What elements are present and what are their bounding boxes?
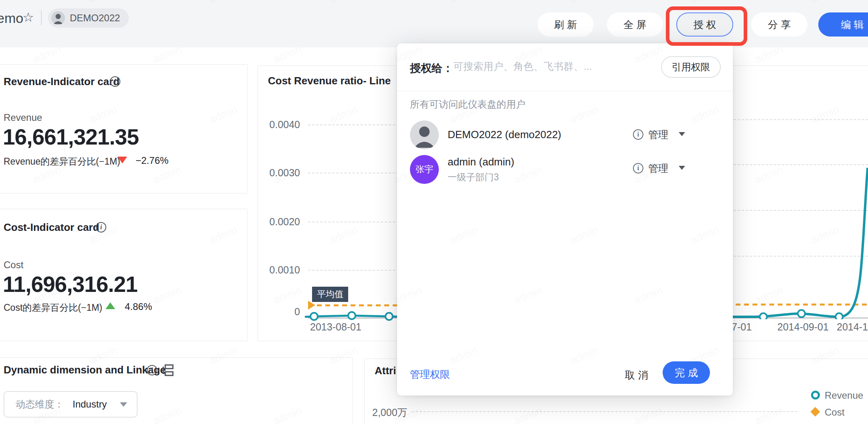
dynamic-card-title: Dynamic dimension and Linkage — [4, 364, 166, 376]
x-tick: 2014-09-01 — [775, 321, 831, 333]
attribution-card-title: Attri — [375, 365, 396, 377]
ratio-chart-title: Cost Revenue ratio- Line — [268, 75, 391, 87]
legend-cost-label[interactable]: Cost — [825, 407, 844, 418]
dimension-label: 动态维度： — [16, 398, 64, 411]
user-department: 一级子部门3 — [448, 171, 499, 183]
x-tick: 2013-08-01 — [308, 321, 364, 333]
cost-metric-value: 11,696,316.21 — [3, 271, 138, 297]
favorite-star-icon[interactable]: ☆ — [22, 10, 34, 25]
quote-permission-button[interactable]: 引用权限 — [661, 56, 721, 78]
divider — [397, 91, 733, 91]
y-tick: 2,000万 — [372, 406, 408, 419]
dashboard-title: emo — [0, 10, 23, 26]
y-tick: 0 — [257, 306, 300, 318]
user-avatar: 张宇 — [410, 155, 439, 184]
average-line-label: 平均值 — [312, 287, 348, 302]
cost-metric-label: Cost — [4, 259, 23, 271]
cost-diff-label: Cost的差异百分比(−1M) — [4, 302, 102, 314]
chevron-down-icon — [120, 402, 127, 407]
y-tick: 0.0040 — [257, 119, 300, 130]
workspace-badge-label: DEMO2022 — [70, 12, 120, 24]
share-button[interactable]: 分享 — [751, 12, 807, 37]
dashboard-screen: emo ☆ DEMO2022 刷新 全屏 授权 分享 编辑 Revenue-In… — [0, 0, 868, 424]
role-dropdown[interactable]: 管理 — [648, 128, 668, 141]
info-icon[interactable]: i — [633, 129, 643, 140]
linkage-icon[interactable] — [162, 364, 174, 376]
authorize-search-input[interactable] — [452, 60, 631, 73]
trend-up-icon — [105, 302, 115, 309]
gridline — [412, 411, 797, 412]
cost-indicator-card: Cost-Indicator card i Cost 11,696,316.21… — [0, 209, 248, 341]
dynamic-dimension-select[interactable]: 动态维度： Industry — [4, 391, 138, 418]
revenue-card-title: Revenue-Indicator card — [4, 75, 120, 88]
manage-permission-link[interactable]: 管理权限 — [410, 368, 450, 381]
workspace-avatar-icon — [51, 11, 65, 25]
done-button[interactable]: 完成 — [663, 361, 710, 384]
revenue-diff-value: −2.76% — [136, 155, 168, 166]
y-tick: 0.0030 — [257, 167, 300, 179]
edit-button[interactable]: 编辑 — [818, 12, 868, 37]
annotation-highlight-box — [666, 6, 747, 46]
user-avatar — [410, 120, 439, 149]
revenue-metric-label: Revenue — [4, 112, 42, 123]
refresh-button[interactable]: 刷新 — [537, 12, 594, 37]
info-icon[interactable]: i — [110, 76, 120, 87]
info-icon[interactable]: i — [633, 163, 643, 173]
role-dropdown[interactable]: 管理 — [648, 162, 668, 175]
legend-revenue-icon[interactable] — [811, 391, 820, 400]
trend-down-icon — [118, 157, 127, 163]
y-tick: 0.0020 — [257, 216, 300, 228]
user-name: admin (admin) — [448, 156, 514, 168]
accessible-users-title: 所有可访问此仪表盘的用户 — [410, 98, 525, 111]
title-divider — [41, 10, 42, 25]
revenue-diff-label: Revenue的差异百分比(−1M) — [4, 155, 120, 168]
legend-revenue-label[interactable]: Revenue — [825, 390, 863, 401]
x-tick: 7-01 — [732, 321, 752, 333]
workspace-badge[interactable]: DEMO2022 — [48, 8, 129, 28]
fullscreen-button[interactable]: 全屏 — [607, 12, 663, 37]
dimension-value: Industry — [73, 399, 107, 410]
chevron-down-icon[interactable] — [679, 132, 685, 136]
revenue-metric-value: 16,661,321.35 — [3, 124, 139, 150]
y-tick: 0.0010 — [257, 264, 300, 276]
authorize-dialog: 授权给： 引用权限 所有可访问此仪表盘的用户 DEMO2022 (demo202… — [397, 43, 733, 395]
x-tick: 2014-11 — [837, 321, 868, 333]
dynamic-dimension-card: Dynamic dimension and Linkage i 动态维度： In… — [0, 357, 353, 424]
cost-diff-value: 4.86% — [125, 301, 152, 312]
info-icon[interactable]: i — [96, 222, 106, 232]
info-icon[interactable]: i — [147, 365, 157, 375]
cancel-button[interactable]: 取消 — [625, 369, 651, 382]
user-name: DEMO2022 (demo2022) — [448, 128, 561, 141]
cost-card-title: Cost-Indicator card — [4, 221, 99, 234]
revenue-indicator-card: Revenue-Indicator card i Revenue 16,661,… — [0, 64, 248, 194]
chevron-down-icon[interactable] — [679, 166, 685, 170]
grant-to-label: 授权给： — [410, 61, 453, 75]
